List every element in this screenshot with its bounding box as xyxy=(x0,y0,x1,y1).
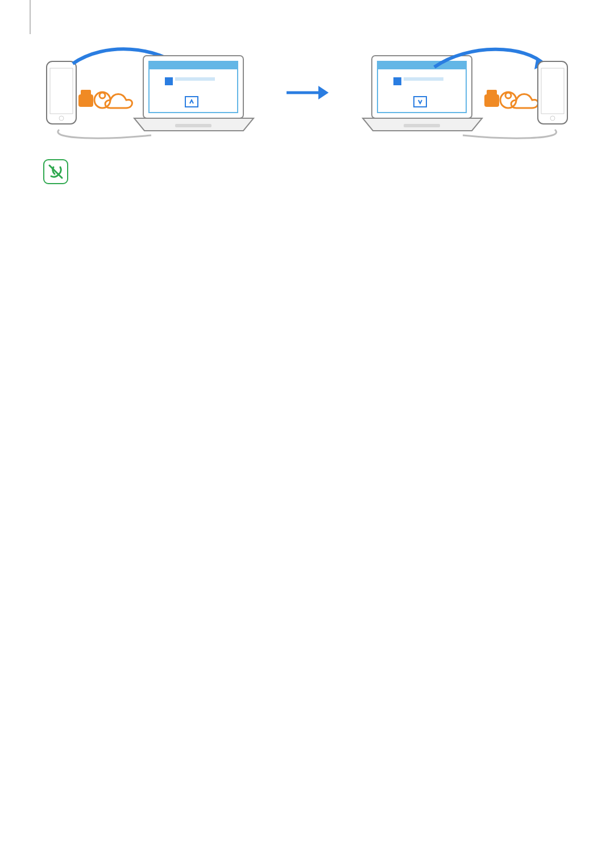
svg-rect-26 xyxy=(487,90,497,95)
svg-rect-20 xyxy=(393,77,401,85)
illustration-phone-to-laptop xyxy=(43,44,259,141)
svg-point-28 xyxy=(505,93,511,98)
svg-rect-21 xyxy=(404,77,443,81)
svg-rect-4 xyxy=(81,90,91,95)
svg-rect-12 xyxy=(175,77,215,81)
illustration-laptop-to-phone xyxy=(355,44,571,141)
illustration-row xyxy=(43,44,571,141)
svg-marker-16 xyxy=(318,86,329,99)
svg-rect-3 xyxy=(78,94,93,107)
svg-point-6 xyxy=(99,93,105,98)
svg-rect-23 xyxy=(404,124,440,127)
svg-rect-11 xyxy=(165,77,173,85)
svg-rect-1 xyxy=(50,68,73,114)
margin-rule xyxy=(30,0,31,34)
svg-rect-10 xyxy=(149,61,238,69)
svg-rect-19 xyxy=(377,61,466,69)
svg-rect-30 xyxy=(541,68,564,114)
note-icon xyxy=(43,159,68,184)
page xyxy=(0,0,614,868)
note-block xyxy=(43,158,571,184)
arrow-right-icon xyxy=(284,81,330,104)
svg-rect-25 xyxy=(484,94,499,107)
svg-rect-14 xyxy=(175,124,211,127)
